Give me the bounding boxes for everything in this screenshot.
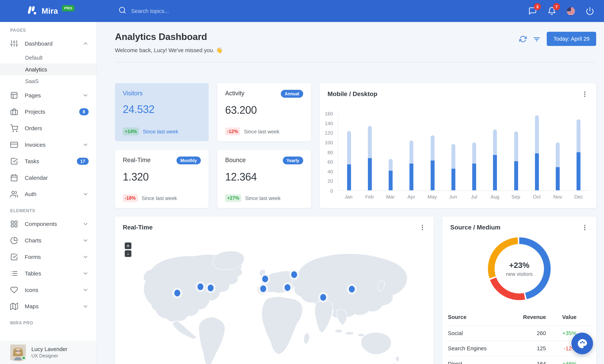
language-flag-icon[interactable] — [567, 7, 575, 15]
map-marker-san-francisco[interactable] — [175, 290, 180, 296]
revenue-cell: 125 — [507, 345, 546, 351]
sidebar: PAGESDashboardDefaultAnalyticsSaaSPagesP… — [0, 22, 97, 364]
x-axis-label: Sep — [505, 194, 526, 200]
x-axis-label: Dec — [568, 194, 589, 200]
map-zoom-in-button[interactable]: + — [125, 242, 131, 249]
x-axis-label: Jan — [338, 194, 359, 200]
y-axis-tick: 100 — [325, 140, 333, 145]
source-cell: Direct — [448, 361, 507, 364]
stat-note: Since last week — [245, 195, 281, 201]
sidebar-item-auth[interactable]: Auth — [0, 186, 96, 202]
stat-note: Since last week — [142, 195, 177, 201]
sidebar-subitem-label: Default — [25, 55, 43, 61]
map-marker-ankara[interactable] — [284, 284, 290, 291]
bar-months: JanFebMarAprMayJunJulAugSepOctNovDec — [338, 194, 589, 200]
map-marker-beijing[interactable] — [349, 286, 354, 292]
sidebar-subitem-analytics[interactable]: Analytics — [0, 63, 96, 75]
chevron-down-icon — [82, 92, 88, 98]
sidebar-section-label: MIRA PRO — [0, 315, 96, 328]
messages-icon[interactable]: 3 — [528, 7, 537, 15]
search-input[interactable] — [131, 8, 217, 14]
heart-icon — [10, 286, 18, 294]
realtime-map-card: Real-Time + - — [115, 216, 434, 364]
notifications-bell-icon[interactable]: 7 — [548, 7, 556, 15]
delta-badge: -12% — [225, 128, 240, 136]
sidebar-item-projects[interactable]: Projects8 — [0, 104, 96, 120]
map-marker-moscow[interactable] — [291, 272, 297, 278]
filter-icon[interactable] — [533, 35, 541, 43]
y-axis-tick: 160 — [325, 111, 333, 116]
sidebar-item-tasks[interactable]: Tasks17 — [0, 153, 96, 169]
stats-and-chart-grid: Visitors24.532+14%Since last weekActivit… — [115, 83, 596, 208]
theme-settings-fab[interactable] — [571, 333, 593, 354]
map-marker-delhi[interactable] — [320, 294, 326, 301]
briefcase-icon — [10, 108, 18, 116]
sidebar-item-dashboard[interactable]: Dashboard — [0, 35, 96, 52]
sidebar-user[interactable]: Lucy Lavender UX Designer — [0, 340, 96, 364]
sidebar-item-calendar[interactable]: Calendar — [0, 169, 96, 186]
sidebar-item-maps[interactable]: Maps — [0, 298, 96, 315]
bar-mar — [389, 159, 393, 190]
x-axis-label: Feb — [359, 194, 380, 200]
stat-card-visitors: Visitors24.532+14%Since last week — [115, 83, 209, 141]
check-square-icon — [10, 157, 18, 165]
revenue-cell: 164 — [507, 361, 546, 364]
source-menu-dots-icon[interactable] — [581, 224, 588, 231]
refresh-icon[interactable] — [519, 35, 527, 43]
sidebar-item-label: Pages — [25, 92, 82, 98]
stat-value: 12.364 — [225, 171, 303, 183]
source-table-row-search-engines: Search Engines125-12% — [448, 340, 591, 356]
bar-jul — [472, 142, 476, 190]
bar-feb — [368, 126, 372, 190]
sidebar-item-invoices[interactable]: Invoices — [0, 137, 96, 153]
y-axis-tick: 20 — [327, 179, 333, 184]
palette-icon — [577, 338, 588, 349]
sidebar-item-label: Dashboard — [25, 40, 82, 47]
sidebar-item-pages[interactable]: Pages — [0, 87, 96, 104]
chevron-down-icon — [82, 303, 88, 309]
y-axis-tick: 140 — [325, 121, 333, 126]
sidebar-item-label: Calendar — [25, 175, 89, 181]
period-pill-badge[interactable]: Yearly — [283, 156, 303, 164]
stat-value: 63.200 — [225, 104, 303, 116]
x-axis-label: Nov — [547, 194, 568, 200]
bar-nov — [556, 142, 560, 190]
map-marker-madrid[interactable] — [260, 285, 266, 292]
sidebar-item-components[interactable]: Components — [0, 216, 96, 232]
mobile-desktop-chart-card: Mobile / Desktop 020406080100120140160 J… — [320, 83, 596, 208]
map-marker-new-york[interactable] — [208, 285, 214, 292]
sidebar-item-tables[interactable]: Tables — [0, 265, 96, 282]
sidebar-item-label: Icons — [25, 287, 82, 293]
map-marker-london[interactable] — [262, 276, 268, 282]
chevron-down-icon — [82, 221, 88, 227]
stat-note: Since last week — [244, 128, 279, 134]
source-table-row-social: Social260+35% — [448, 325, 591, 340]
y-axis-tick: 120 — [325, 130, 333, 136]
messages-count-badge: 3 — [534, 3, 541, 10]
sidebar-subitem-default[interactable]: Default — [0, 52, 96, 63]
chevron-down-icon — [82, 237, 88, 244]
chevron-down-icon — [82, 270, 88, 276]
sidebar-item-charts[interactable]: Charts — [0, 232, 96, 249]
sidebar-item-forms[interactable]: Forms — [0, 249, 96, 265]
period-pill-badge[interactable]: Monthly — [176, 156, 201, 164]
pie-chart-icon — [10, 237, 18, 244]
search-icon — [119, 6, 126, 16]
delta-badge: -18% — [123, 194, 138, 202]
map-zoom-out-button[interactable]: - — [125, 250, 131, 257]
grid-icon — [10, 220, 18, 228]
brand-logo[interactable]: Mira PRO — [26, 4, 75, 18]
map-marker-chicago[interactable] — [198, 283, 203, 290]
bar-apr — [410, 140, 414, 190]
sidebar-item-orders[interactable]: Orders — [0, 120, 96, 137]
power-logout-icon[interactable] — [586, 7, 594, 15]
map-menu-dots-icon[interactable] — [419, 224, 426, 231]
chart-menu-dots-icon[interactable] — [581, 91, 588, 98]
sidebar-subitem-saas[interactable]: SaaS — [0, 75, 96, 87]
sidebar-item-icons[interactable]: Icons — [0, 282, 96, 298]
sidebar-item-label: Components — [25, 221, 82, 227]
date-range-button[interactable]: Today: April 29 — [547, 32, 596, 46]
period-pill-badge[interactable]: Annual — [281, 90, 303, 98]
avatar — [10, 344, 26, 360]
stat-card-activity: ActivityAnnual63.200-12%Since last week — [217, 83, 311, 141]
